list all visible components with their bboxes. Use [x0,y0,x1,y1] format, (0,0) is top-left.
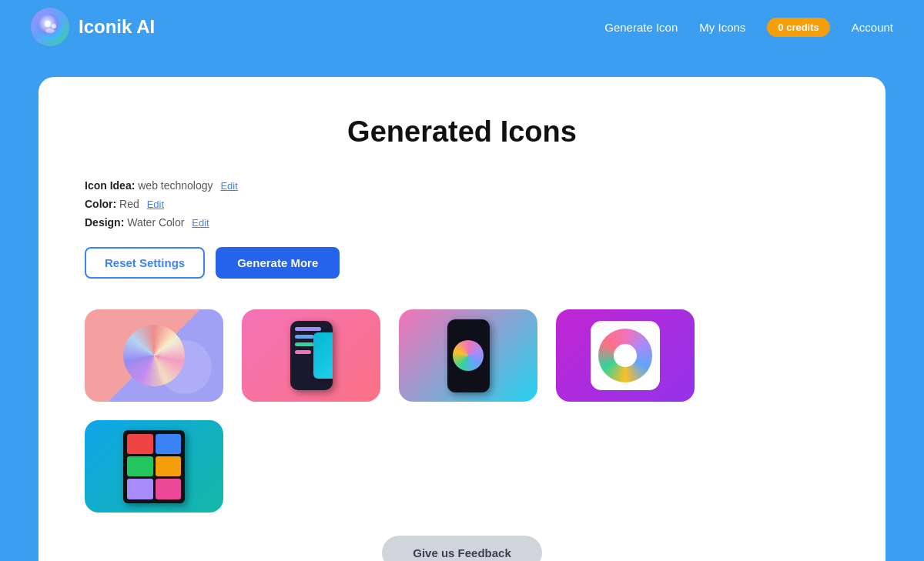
main-nav: Generate Icon My Icons 0 credits Account [604,18,893,37]
tablet-cell-1 [127,434,153,454]
my-icons-nav-link[interactable]: My Icons [699,21,745,34]
tablet-mockup [123,430,185,503]
icon-idea-label: Icon Idea: [85,179,135,192]
logo-title: Iconik AI [79,16,155,38]
reset-settings-button[interactable]: Reset Settings [85,247,205,279]
generated-icon-5[interactable] [85,420,223,513]
meta-row-idea: Icon Idea: web technology Edit [85,179,839,192]
icon-idea-edit-link[interactable]: Edit [220,180,237,192]
main-card: Generated Icons Icon Idea: web technolog… [38,77,886,561]
meta-row-design: Design: Water Color Edit [85,216,839,229]
generated-icon-2[interactable] [242,309,380,402]
phone-mockup-3 [447,319,490,392]
tablet-cell-3 [127,456,153,476]
generated-icon-3[interactable] [399,309,537,402]
main-wrapper: Generated Icons Icon Idea: web technolog… [0,54,924,561]
credits-badge[interactable]: 0 credits [767,18,829,37]
logo-area: Iconik AI [31,8,155,46]
color-value: Red [119,198,139,210]
color-edit-link[interactable]: Edit [147,199,164,210]
svg-point-0 [37,14,63,40]
generated-icon-4[interactable] [556,309,695,402]
color-wheel-3 [453,340,484,371]
svg-point-3 [45,28,55,33]
tablet-cell-4 [156,456,182,476]
phone-card-overlay [313,332,333,379]
tablet-cell-6 [156,479,182,499]
svg-point-2 [52,24,56,28]
color-label: Color: [85,198,116,210]
icon-grid [85,309,839,513]
phone-line-1 [295,327,321,331]
feedback-button[interactable]: Give us Feedback [382,536,542,561]
meta-row-color: Color: Red Edit [85,198,839,210]
feedback-area: Give us Feedback [85,536,839,561]
tablet-cell-2 [156,434,182,454]
actions: Reset Settings Generate More [85,247,839,279]
meta-info: Icon Idea: web technology Edit Color: Re… [85,179,839,229]
generated-icon-1[interactable] [85,309,223,402]
generate-more-button[interactable]: Generate More [216,247,340,279]
page-title: Generated Icons [85,115,839,149]
phone-mockup-2 [290,321,333,390]
header: Iconik AI Generate Icon My Icons 0 credi… [0,0,924,54]
phone-line-2 [295,335,315,339]
design-edit-link[interactable]: Edit [192,217,209,229]
phone-line-4 [295,350,312,354]
design-value: Water Color [127,216,184,229]
logo-avatar [31,8,69,46]
icon-4-inner [591,321,660,390]
account-nav-link[interactable]: Account [852,21,893,34]
spiral-icon [598,329,652,382]
generate-icon-nav-link[interactable]: Generate Icon [604,21,678,34]
tablet-cell-5 [127,479,153,499]
svg-point-1 [45,21,51,27]
design-label: Design: [85,216,124,229]
icon-idea-value: web technology [138,179,213,192]
